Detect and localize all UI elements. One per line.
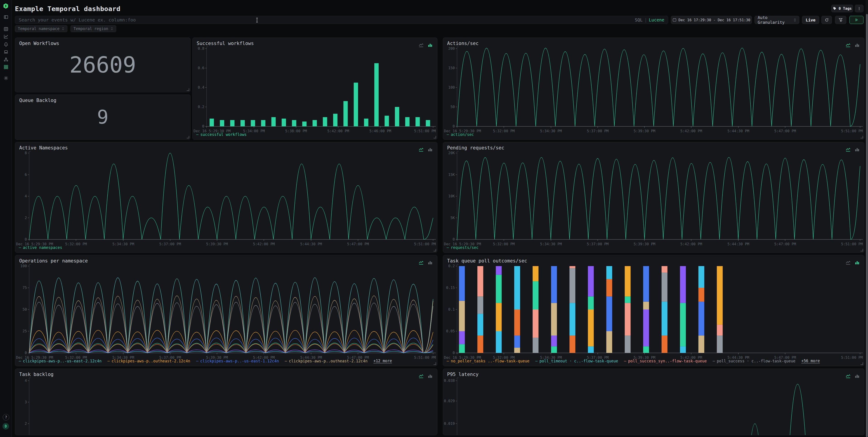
stack-segment[interactable] <box>588 346 594 353</box>
stack-segment[interactable] <box>459 331 465 344</box>
bar[interactable] <box>426 120 430 126</box>
resize-grip[interactable] <box>861 363 863 365</box>
query-chart-icon[interactable] <box>3 33 9 39</box>
stack-segment[interactable] <box>569 336 575 353</box>
stack-segment[interactable] <box>477 266 483 296</box>
stack-segment[interactable] <box>606 331 612 353</box>
legend-item[interactable]: —clickpipes-aws-p..-us-east-2.12c4n <box>19 359 101 363</box>
stack-segment[interactable] <box>717 325 723 336</box>
search-input[interactable] <box>15 16 668 24</box>
bar[interactable] <box>241 120 245 126</box>
stack-segment[interactable] <box>625 336 631 353</box>
area-view-icon[interactable] <box>845 260 851 266</box>
bar[interactable] <box>271 117 276 126</box>
sidebar-toggle-icon[interactable] <box>3 14 9 20</box>
stack-segment[interactable] <box>606 296 612 331</box>
date-range-button[interactable]: Dec 16 17:29:30 - Dec 16 17:51:30 <box>671 16 752 24</box>
stack-segment[interactable] <box>625 296 631 303</box>
bar[interactable] <box>364 119 368 126</box>
filter-temporal-region[interactable]: Temporal region <box>70 25 116 32</box>
bar[interactable] <box>374 63 379 127</box>
stack-segment[interactable] <box>496 275 502 303</box>
stack-segment[interactable] <box>699 302 704 336</box>
legend-item[interactable]: —action/sec <box>447 132 474 137</box>
stack-segment[interactable] <box>606 266 612 279</box>
area-view-icon[interactable] <box>418 42 424 48</box>
stack-segment[interactable] <box>699 266 704 288</box>
bar[interactable] <box>282 119 286 126</box>
stack-segment[interactable] <box>625 266 631 296</box>
stack-segment[interactable] <box>625 303 631 336</box>
stack-segment[interactable] <box>569 303 575 336</box>
stack-segment[interactable] <box>680 303 686 346</box>
help-button[interactable]: ? <box>3 414 9 420</box>
bar[interactable] <box>313 120 317 126</box>
stack-segment[interactable] <box>496 303 502 331</box>
stack-segment[interactable] <box>588 310 594 346</box>
legend-item[interactable]: —clickpipes-aws-p..outheast-2.12c4n <box>285 359 368 363</box>
mode-lucene[interactable]: Lucene <box>649 18 664 22</box>
legend-item[interactable]: —clickpipes-aws-p..outheast-2.12c4n <box>107 359 190 363</box>
area-view-icon[interactable] <box>845 42 851 48</box>
query-mode-toggle[interactable]: SQL | Lucene <box>635 16 664 24</box>
stack-segment[interactable] <box>569 266 575 268</box>
stack-segment[interactable] <box>496 266 502 275</box>
bar-view-icon[interactable] <box>427 147 433 153</box>
scrollbar-thumb[interactable] <box>866 14 868 437</box>
stack-segment[interactable] <box>569 268 575 303</box>
stack-segment[interactable] <box>680 266 686 303</box>
stack-segment[interactable] <box>643 302 649 310</box>
refresh-button[interactable] <box>822 16 832 24</box>
stack-segment[interactable] <box>532 310 538 338</box>
chart-successful-workflows[interactable]: 00.20.40.60.8Dec 16 5:29:30 PM5:34:00 PM… <box>193 38 437 139</box>
stack-segment[interactable] <box>459 266 465 301</box>
stack-segment[interactable] <box>514 266 520 310</box>
legend-item[interactable]: —requests/sec <box>447 245 478 250</box>
bar-view-icon[interactable] <box>854 147 860 153</box>
stack-segment[interactable] <box>643 310 649 346</box>
legend-item[interactable]: —no_poller_tasks ..-flow-task-queue <box>447 359 529 363</box>
axiom-logo[interactable] <box>3 3 9 9</box>
stack-segment[interactable] <box>532 338 538 353</box>
alerts-bell-icon[interactable] <box>3 41 9 47</box>
bar-view-icon[interactable] <box>854 260 860 266</box>
filter-temporal-namespace[interactable]: Temporal namespace <box>15 25 67 32</box>
bar[interactable] <box>405 117 410 126</box>
bar[interactable] <box>220 120 224 126</box>
more-menu-button[interactable] <box>855 5 864 12</box>
bar[interactable] <box>261 120 266 126</box>
bar[interactable] <box>415 117 420 126</box>
resize-grip[interactable] <box>861 136 863 138</box>
stack-segment[interactable] <box>662 273 668 302</box>
stack-segment[interactable] <box>717 336 723 353</box>
datasets-table-icon[interactable] <box>3 26 9 32</box>
bar[interactable] <box>395 107 399 126</box>
bar[interactable] <box>302 122 307 127</box>
resize-grip[interactable] <box>187 136 189 138</box>
stack-segment[interactable] <box>514 348 520 353</box>
chart-actions-sec[interactable]: 050100150200Dec 16 5:29:30 PM5:32:00 PM5… <box>443 38 864 139</box>
area-view-icon[interactable] <box>418 260 424 266</box>
legend-item[interactable]: —active namespaces <box>19 245 62 250</box>
stack-segment[interactable] <box>662 266 668 273</box>
dashboards-icon[interactable] <box>3 64 9 70</box>
bar[interactable] <box>230 120 235 126</box>
chart-p95-latency[interactable]: 0.0380.0290.019 <box>443 369 864 435</box>
legend-item[interactable]: —poll_timeout · c..-flow-task-queue <box>535 359 618 363</box>
resize-grip[interactable] <box>861 249 863 251</box>
bar[interactable] <box>292 120 296 126</box>
stack-segment[interactable] <box>532 281 538 310</box>
legend-item[interactable]: —successful workflows <box>196 132 247 137</box>
stack-segment[interactable] <box>662 302 668 336</box>
bar-view-icon[interactable] <box>854 373 860 379</box>
stack-segment[interactable] <box>699 336 704 353</box>
stack-segment[interactable] <box>588 296 594 310</box>
granularity-select[interactable]: Auto Granularity <box>754 16 799 24</box>
bar[interactable] <box>251 120 255 126</box>
bar-view-icon[interactable] <box>427 260 433 266</box>
stack-segment[interactable] <box>477 314 483 336</box>
live-button[interactable]: Live <box>802 16 819 24</box>
bar[interactable] <box>323 117 327 126</box>
stack-segment[interactable] <box>643 346 649 353</box>
stack-segment[interactable] <box>662 336 668 353</box>
